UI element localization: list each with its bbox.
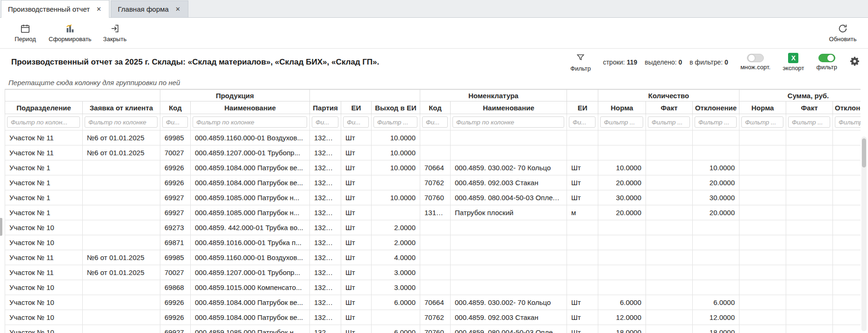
scrollbar-thumb[interactable] — [862, 138, 866, 167]
cell-nom_kod: 70762 — [420, 175, 451, 190]
tab-production-report[interactable]: Производственный отчет ✕ — [1, 0, 109, 18]
filter-input-otklonenie[interactable] — [695, 116, 737, 128]
cell-fakt — [646, 310, 693, 325]
cell-zayavka — [83, 190, 160, 205]
column-header-prod_name[interactable]: Наименование — [191, 101, 310, 114]
filter-input-fakt[interactable] — [648, 116, 690, 128]
refresh-button[interactable]: Обновить — [823, 20, 862, 46]
cell-summa_norma — [739, 235, 786, 250]
table-row[interactable]: Участок № 1069926000.4859.1084.000 Патру… — [5, 310, 861, 325]
cell-otklonenie: 20.0000 — [693, 205, 739, 220]
column-header-ei_nom[interactable]: ЕИ — [567, 101, 598, 114]
vertical-scrollbar[interactable] — [861, 137, 867, 331]
generate-button[interactable]: Сформировать — [45, 20, 95, 46]
cell-nom_name: 000.4859. 080.004-50-03 Оплетка — [451, 325, 567, 333]
filter-input-summa_norma[interactable] — [741, 116, 783, 128]
excel-export-icon[interactable]: X — [788, 53, 798, 63]
table-row[interactable]: Участок № 169926000.4859.1084.000 Патруб… — [5, 175, 861, 190]
cell-otklonenie — [693, 145, 739, 160]
close-button[interactable]: Закрыть — [95, 20, 135, 46]
table-row[interactable]: Участок № 1069871000.4859.1016.000-01 Тр… — [5, 235, 861, 250]
table-row[interactable]: Участок № 11№6 от 01.01.202569985000.485… — [5, 130, 861, 145]
filter-input-ei_prod[interactable] — [343, 116, 369, 128]
table-row[interactable]: Участок № 169927000.4859.1085.000 Патруб… — [5, 205, 861, 220]
column-header-vyhod_ei[interactable]: Выход в ЕИ — [372, 101, 420, 114]
cell-summa_fakt — [786, 130, 833, 145]
column-header-ei_prod[interactable]: ЕИ — [341, 101, 372, 114]
cell-partiya: 132327 — [310, 295, 341, 310]
cell-otklonenie: 20.0000 — [693, 175, 739, 190]
column-header-nom_kod[interactable]: Код — [420, 101, 451, 114]
cell-nom_name: 000.4859. 030.002- 70 Кольцо — [451, 295, 567, 310]
band-header: Количество — [598, 90, 739, 101]
cell-summa_otklonenie — [833, 160, 861, 175]
filter-cell-vyhod_ei — [372, 114, 420, 130]
cell-fakt — [646, 160, 693, 175]
column-header-prod_kod[interactable]: Код — [160, 101, 191, 114]
group-by-zone[interactable]: Перетащите сюда колонку для группировки … — [0, 76, 868, 89]
cell-ei_nom — [567, 145, 598, 160]
column-header-summa_fakt[interactable]: Факт — [786, 101, 833, 114]
filter-cell-ei_prod — [341, 114, 372, 130]
table-row[interactable]: Участок № 1069868000.4859.1015.000 Компе… — [5, 280, 861, 295]
infilter-count-value: 0 — [725, 58, 728, 66]
left-splitter-handle[interactable] — [0, 218, 2, 236]
cell-partiya: 132219 — [310, 205, 341, 220]
table-row[interactable]: Участок № 1069927000.4859.1085.000 Патру… — [5, 325, 861, 333]
table-row[interactable]: Участок № 169926000.4859.1084.000 Патруб… — [5, 160, 861, 175]
cell-norma: 12.0000 — [598, 310, 646, 325]
cell-ei_nom: Шт — [567, 295, 598, 310]
table-row[interactable]: Участок № 1069926000.4859.1084.000 Патру… — [5, 295, 861, 310]
table-row[interactable]: Участок № 169927000.4859.1085.000 Патруб… — [5, 190, 861, 205]
column-header-summa_norma[interactable]: Норма — [739, 101, 786, 114]
settings-button[interactable] — [849, 56, 861, 69]
table-row[interactable]: Участок № 11№6 от 01.01.202570027000.485… — [5, 145, 861, 160]
column-header-fakt[interactable]: Факт — [646, 101, 693, 114]
cell-summa_fakt — [786, 295, 833, 310]
cell-podrazdelenie: Участок № 10 — [5, 295, 83, 310]
column-header-nom_name[interactable]: Наименование — [451, 101, 567, 114]
cell-prod_name: 000.4859.1207.000-01 Трубопр... — [191, 265, 310, 280]
selected-count: выделено: 0 — [645, 58, 682, 66]
column-header-otklonenie[interactable]: Отклонение — [693, 101, 739, 114]
filter-input-zayavka[interactable] — [85, 116, 158, 128]
column-header-partiya[interactable]: Партия — [310, 101, 341, 114]
table-row[interactable]: Участок № 1069273000.4859. 442.000-01 Тр… — [5, 220, 861, 235]
filter-panel-button[interactable]: Фильтр — [570, 53, 591, 72]
multisort-toggle[interactable] — [747, 54, 764, 62]
cell-fakt — [646, 235, 693, 250]
filter-input-summa_fakt[interactable] — [788, 116, 830, 128]
filter-input-nom_name[interactable] — [452, 116, 564, 128]
column-header-norma[interactable]: Норма — [598, 101, 646, 114]
band-header-row: ПродукцияНоменклатураКоличествоСумма, ру… — [5, 90, 861, 101]
cell-prod_kod: 69273 — [160, 220, 191, 235]
table-row[interactable]: Участок № 11№6 от 01.01.202569985000.485… — [5, 250, 861, 265]
cell-fakt — [646, 145, 693, 160]
column-header-zayavka[interactable]: Заявка от клиента — [83, 101, 160, 114]
filter-input-prod_kod[interactable] — [162, 116, 188, 128]
filter-input-partiya[interactable] — [312, 116, 338, 128]
cell-prod_kod: 70027 — [160, 145, 191, 160]
filter-input-norma[interactable] — [600, 116, 643, 128]
filter-input-ei_nom[interactable] — [569, 116, 595, 128]
column-header-podrazdelenie[interactable]: Подразделение — [5, 101, 83, 114]
cell-fakt — [646, 325, 693, 333]
cell-prod_name: 000.4859. 442.000-01 Трубка во... — [191, 220, 310, 235]
tab-close-icon[interactable]: ✕ — [95, 5, 102, 13]
filter-cell-partiya — [310, 114, 341, 130]
cell-summa_otklonenie — [833, 145, 861, 160]
filter-input-nom_kod[interactable] — [422, 116, 448, 128]
column-header-summa_otklonenie[interactable]: Отклонение — [833, 101, 861, 114]
tab-main-form[interactable]: Главная форма ✕ — [111, 0, 188, 17]
cell-nom_name: Патрубок плоский — [451, 205, 567, 220]
filter-input-podrazdelenie[interactable] — [7, 116, 80, 128]
cell-ei_prod: Шт — [341, 235, 372, 250]
table-row[interactable]: Участок № 11№6 от 01.01.202570027000.485… — [5, 265, 861, 280]
filter-input-summa_otklonenie[interactable] — [835, 116, 861, 128]
cell-nom_name — [451, 280, 567, 295]
tab-close-icon[interactable]: ✕ — [174, 5, 181, 13]
filter-toggle[interactable] — [818, 54, 835, 62]
filter-input-prod_name[interactable] — [193, 116, 307, 128]
filter-input-vyhod_ei[interactable] — [373, 116, 417, 128]
period-button[interactable]: Период — [6, 20, 45, 46]
